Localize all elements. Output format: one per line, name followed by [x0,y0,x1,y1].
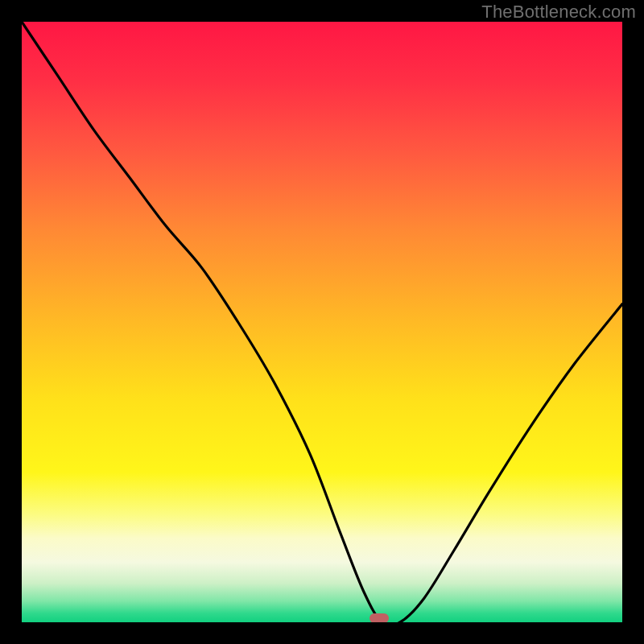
bottleneck-curve [22,22,622,622]
optimal-marker [369,613,389,622]
chart-frame: TheBottleneck.com [0,0,644,644]
watermark-text: TheBottleneck.com [481,2,636,23]
plot-area [22,22,622,622]
